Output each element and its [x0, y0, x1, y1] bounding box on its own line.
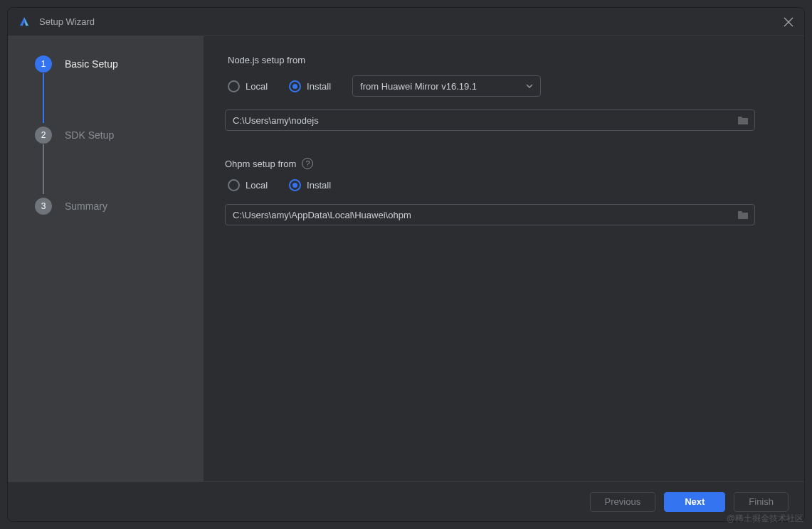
radio-label: Install: [307, 180, 331, 191]
ohpm-install-radio[interactable]: Install: [289, 179, 331, 191]
path-value: C:\Users\amy\nodejs: [233, 115, 737, 126]
chevron-down-icon: [526, 84, 533, 88]
step-sdk-setup[interactable]: 2 SDK Setup: [35, 124, 189, 146]
radio-dot-icon: [289, 179, 301, 191]
step-summary[interactable]: 3 Summary: [35, 196, 189, 217]
radio-label: Local: [246, 81, 268, 92]
nodejs-section-title: Node.js setup from: [228, 55, 783, 65]
step-number: 1: [35, 55, 52, 73]
step-number: 2: [35, 127, 52, 144]
main-content: Node.js setup from Local Install from Hu…: [204, 36, 804, 481]
step-label: Summary: [65, 201, 107, 212]
nodejs-path-input[interactable]: C:\Users\amy\nodejs: [225, 109, 755, 131]
select-value: from Huawei Mirror v16.19.1: [360, 81, 477, 92]
ohpm-path-input[interactable]: C:\Users\amy\AppData\Local\Huawei\ohpm: [225, 204, 755, 225]
step-basic-setup[interactable]: 1 Basic Setup: [35, 53, 189, 75]
help-icon[interactable]: ?: [302, 158, 313, 169]
step-number: 3: [35, 198, 52, 215]
step-connector: [43, 73, 44, 123]
folder-icon[interactable]: [737, 210, 749, 220]
finish-button[interactable]: Finish: [734, 492, 789, 512]
setup-wizard-window: Setup Wizard 1 Basic Setup 2 SDK Setup 3…: [7, 7, 805, 522]
path-value: C:\Users\amy\AppData\Local\Huawei\ohpm: [233, 210, 737, 220]
step-label: Basic Setup: [65, 58, 118, 70]
titlebar: Setup Wizard: [8, 8, 804, 36]
radio-label: Local: [246, 180, 268, 191]
next-button[interactable]: Next: [664, 492, 725, 512]
radio-dot-icon: [228, 179, 240, 191]
step-connector: [43, 144, 44, 194]
radio-dot-icon: [289, 80, 301, 92]
nodejs-local-radio[interactable]: Local: [228, 80, 268, 92]
nodejs-install-radio[interactable]: Install: [289, 80, 331, 92]
radio-dot-icon: [228, 80, 240, 92]
watermark-text: @稀土掘金技术社区: [727, 513, 803, 525]
close-icon[interactable]: [783, 16, 794, 28]
app-logo-icon: [18, 16, 31, 28]
step-label: SDK Setup: [65, 129, 114, 141]
previous-button[interactable]: Previous: [590, 492, 656, 512]
wizard-footer: Previous Next Finish: [8, 481, 804, 521]
wizard-sidebar: 1 Basic Setup 2 SDK Setup 3 Summary: [8, 36, 204, 481]
window-title: Setup Wizard: [39, 16, 783, 27]
radio-label: Install: [307, 81, 331, 92]
ohpm-local-radio[interactable]: Local: [228, 179, 268, 191]
nodejs-mirror-select[interactable]: from Huawei Mirror v16.19.1: [352, 75, 541, 97]
ohpm-section-title: Ohpm setup from: [225, 159, 296, 169]
folder-icon[interactable]: [737, 115, 749, 125]
